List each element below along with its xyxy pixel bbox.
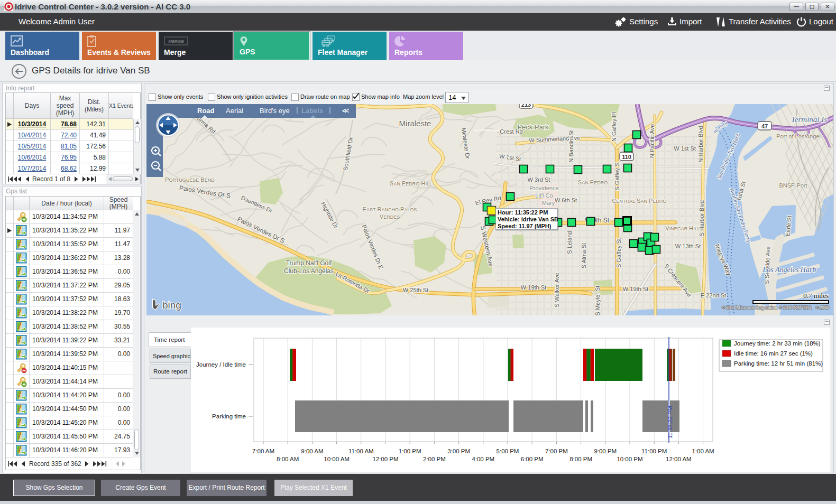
svg-text:8:00 PM: 8:00 PM bbox=[569, 456, 592, 462]
svg-text:Journey time: 2 hr 33 min (18%: Journey time: 2 hr 33 min (18%) bbox=[734, 340, 821, 347]
svg-text:SAN PEDRO: SAN PEDRO bbox=[578, 179, 608, 185]
svg-text:MERGE: MERGE bbox=[168, 39, 184, 44]
svg-text:W 3rd St: W 3rd St bbox=[528, 176, 550, 183]
svg-text:4:00 PM: 4:00 PM bbox=[472, 456, 494, 462]
svg-text:Nagoya Way: Nagoya Way bbox=[714, 243, 732, 276]
svg-text:11:35:22 PM: 11:35:22 PM bbox=[667, 406, 673, 438]
svg-text:Southfield Dr: Southfield Dr bbox=[342, 137, 354, 171]
svg-text:Club-Los Angelas: Club-Los Angelas bbox=[284, 267, 334, 275]
svg-text:N Pacific Ave: N Pacific Ave bbox=[649, 124, 655, 158]
svg-text:© 2010 NAVTEQ: © 2010 NAVTEQ bbox=[779, 305, 812, 310]
svg-text:EAST RANCHO PALOS: EAST RANCHO PALOS bbox=[363, 206, 417, 212]
svg-text:W 6th St: W 6th St bbox=[555, 197, 577, 203]
svg-text:Port of Los Angel: Port of Los Angel bbox=[776, 133, 821, 139]
svg-text:10:00 AM: 10:00 AM bbox=[324, 456, 350, 462]
svg-text:Parking time: Parking time bbox=[212, 413, 246, 419]
svg-text:7:00 AM: 7:00 AM bbox=[252, 448, 274, 454]
svg-text:213: 213 bbox=[521, 104, 531, 108]
svg-text:S Leland: S Leland bbox=[566, 231, 573, 254]
svg-text:Earle St: Earle St bbox=[784, 216, 792, 237]
svg-text:6:00 PM: 6:00 PM bbox=[521, 456, 544, 462]
svg-text:8:00 AM: 8:00 AM bbox=[277, 456, 299, 462]
svg-text:Mary: Mary bbox=[542, 200, 555, 206]
svg-text:7:00 PM: 7:00 PM bbox=[545, 448, 568, 454]
svg-text:Hightide Dr: Hightide Dr bbox=[320, 201, 339, 230]
svg-text:Terminal Is: Terminal Is bbox=[791, 115, 827, 124]
svg-text:Trump Nat'l Golf: Trump Nat'l Golf bbox=[286, 259, 332, 267]
svg-text:12:00 AM: 12:00 AM bbox=[666, 456, 692, 462]
svg-text:W 13th St: W 13th St bbox=[675, 243, 701, 249]
svg-text:Lit'l Co: Lit'l Co bbox=[535, 192, 553, 199]
svg-text:0.7 miles: 0.7 miles bbox=[803, 292, 829, 300]
svg-text:S Crescent Ave: S Crescent Ave bbox=[663, 263, 693, 298]
svg-text:VINEGAR HILL: VINEGAR HILL bbox=[665, 225, 700, 231]
svg-text:47: 47 bbox=[761, 123, 768, 129]
svg-text:Miraleste: Miraleste bbox=[399, 119, 431, 128]
svg-text:San Pedro-Two Harb: San Pedro-Two Harb bbox=[715, 132, 741, 180]
svg-text:W 1st St: W 1st St bbox=[499, 153, 521, 162]
svg-text:S Meyler St: S Meyler St bbox=[594, 286, 601, 315]
svg-text:S Harbor Blvd: S Harbor Blvd bbox=[699, 200, 705, 236]
svg-text:N Bandini St: N Bandini St bbox=[568, 130, 574, 162]
svg-text:11:00 PM: 11:00 PM bbox=[641, 448, 667, 454]
svg-text:SAN PEDRO HILL: SAN PEDRO HILL bbox=[390, 180, 432, 186]
svg-text:CENTRAL SAN PEDRO: CENTRAL SAN PEDRO bbox=[612, 198, 667, 204]
svg-text:3:00 PM: 3:00 PM bbox=[447, 448, 470, 454]
svg-text:S Gaffey St: S Gaffey St bbox=[615, 238, 622, 268]
svg-text:W 19th St: W 19th St bbox=[623, 286, 648, 292]
svg-text:1:00 PM: 1:00 PM bbox=[399, 448, 421, 454]
svg-text:5:00 PM: 5:00 PM bbox=[497, 448, 519, 454]
svg-text:2:00 PM: 2:00 PM bbox=[423, 456, 446, 462]
svg-text:PORTUGUESE BEND: PORTUGUESE BEND bbox=[165, 176, 215, 183]
svg-text:S Walker Ave: S Walker Ave bbox=[554, 273, 560, 307]
svg-text:Miraleste Dr: Miraleste Dr bbox=[461, 127, 471, 160]
svg-text:9:00 AM: 9:00 AM bbox=[301, 448, 323, 454]
svg-text:E 22nd St: E 22nd St bbox=[701, 292, 726, 298]
svg-text:9:00 PM: 9:00 PM bbox=[594, 448, 617, 454]
svg-text:bing: bing bbox=[162, 300, 181, 311]
svg-text:10:00 PM: 10:00 PM bbox=[617, 456, 642, 462]
svg-text:Palos Verdes Dr E: Palos Verdes Dr E bbox=[361, 224, 384, 270]
svg-text:© 2014 Microsoft Corporation: © 2014 Microsoft Corporation bbox=[722, 305, 777, 310]
svg-text:N Gaffey Pl: N Gaffey Pl bbox=[611, 112, 617, 142]
svg-text:Providence: Providence bbox=[529, 185, 558, 191]
svg-text:Peck Park: Peck Park bbox=[517, 123, 549, 131]
svg-text:110: 110 bbox=[622, 154, 631, 160]
svg-text:BNSF-Port: BNSF-Port bbox=[779, 182, 807, 189]
svg-text:Idle time: 16 min 27 sec (1%): Idle time: 16 min 27 sec (1%) bbox=[734, 350, 813, 357]
svg-text:S Alma St: S Alma St bbox=[581, 243, 587, 268]
svg-text:S Seaside Ave: S Seaside Ave bbox=[764, 246, 771, 284]
svg-text:Los Angeles Harb: Los Angeles Harb bbox=[762, 266, 816, 274]
svg-text:12:00 PM: 12:00 PM bbox=[372, 456, 398, 462]
svg-text:VERDES: VERDES bbox=[380, 213, 400, 220]
svg-text:W 25th St: W 25th St bbox=[403, 287, 428, 293]
svg-text:as Fery: as Fery bbox=[712, 119, 729, 134]
svg-text:1:00 AM: 1:00 AM bbox=[692, 448, 714, 454]
svg-text:11:00 AM: 11:00 AM bbox=[348, 448, 374, 454]
svg-text:W 1st St: W 1st St bbox=[674, 145, 696, 152]
svg-text:W 19th St: W 19th St bbox=[521, 284, 546, 291]
svg-text:Palos Verdes Dr S: Palos Verdes Dr S bbox=[179, 184, 231, 199]
svg-text:N Harbor Blvd: N Harbor Blvd bbox=[697, 126, 704, 162]
svg-text:Journey / Idle time: Journey / Idle time bbox=[196, 361, 246, 368]
svg-text:Dauntless Dr: Dauntless Dr bbox=[240, 194, 273, 214]
svg-text:Parking time: 12 hr 51 min (81: Parking time: 12 hr 51 min (81%) bbox=[734, 360, 823, 367]
svg-text:S Gaffey S: S Gaffey S bbox=[614, 163, 620, 191]
svg-text:© AND: © AND bbox=[815, 305, 830, 310]
